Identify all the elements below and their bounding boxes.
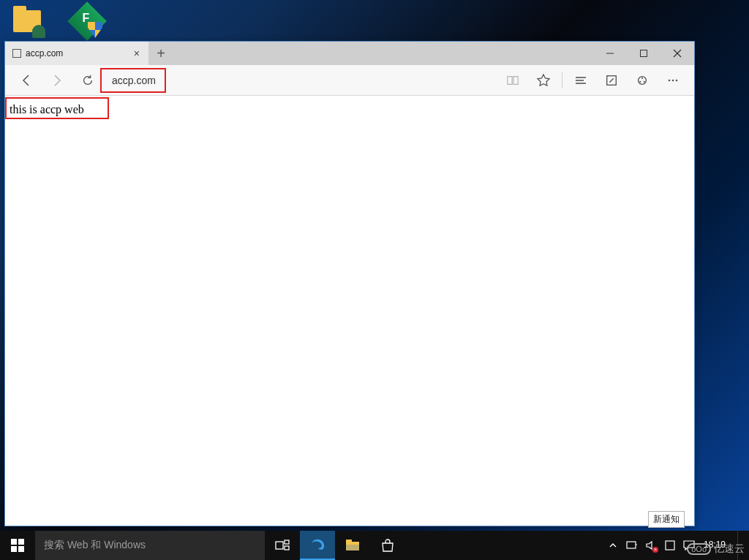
share-button[interactable] xyxy=(627,65,658,96)
favorites-button[interactable] xyxy=(528,65,559,96)
page-body-text: this is accp web xyxy=(5,96,694,124)
desktop-folder-icon[interactable] xyxy=(13,4,42,37)
svg-point-9 xyxy=(641,77,643,78)
svg-point-11 xyxy=(644,80,645,82)
taskbar: 搜索 Web 和 Windows × xyxy=(0,531,749,560)
taskbar-app-store[interactable] xyxy=(370,531,405,560)
tray-chevron-icon[interactable] xyxy=(607,540,619,551)
more-button[interactable] xyxy=(658,65,688,96)
taskbar-clock[interactable]: 18:19 xyxy=(702,540,729,550)
minimize-button[interactable] xyxy=(593,42,627,65)
new-tab-button[interactable]: + xyxy=(148,42,173,65)
folder-icon xyxy=(345,539,360,552)
svg-rect-17 xyxy=(285,546,289,550)
hub-button[interactable] xyxy=(565,65,596,96)
svg-point-12 xyxy=(669,79,671,81)
start-button[interactable] xyxy=(0,531,35,560)
browser-tab[interactable]: accp.com × xyxy=(5,42,148,65)
svg-rect-16 xyxy=(285,540,289,544)
svg-rect-21 xyxy=(627,542,636,548)
maximize-button[interactable] xyxy=(627,42,660,65)
svg-rect-1 xyxy=(641,50,647,57)
close-tab-icon[interactable]: × xyxy=(131,48,143,59)
address-bar-wrap xyxy=(103,71,497,90)
svg-rect-15 xyxy=(276,542,283,549)
edge-icon xyxy=(309,537,325,553)
action-center-icon[interactable] xyxy=(683,540,695,551)
clock-time: 18:19 xyxy=(704,540,726,550)
search-placeholder: 搜索 Web 和 Windows xyxy=(44,539,146,552)
taskbar-app-explorer[interactable] xyxy=(335,531,370,560)
svg-point-14 xyxy=(676,79,678,81)
store-icon xyxy=(380,538,395,553)
show-desktop[interactable] xyxy=(737,531,749,560)
tab-title: accp.com xyxy=(26,48,127,58)
desktop-app-icon[interactable]: F xyxy=(72,4,101,37)
webnote-button[interactable] xyxy=(596,65,627,96)
network-icon[interactable] xyxy=(626,540,638,551)
browser-window: accp.com × + xyxy=(4,41,695,526)
forward-button[interactable] xyxy=(42,65,72,96)
reading-view-button[interactable] xyxy=(497,65,528,96)
volume-icon[interactable]: × xyxy=(645,540,657,551)
task-view-button[interactable] xyxy=(265,531,300,560)
desktop: F accp.com × + xyxy=(0,0,749,560)
taskbar-app-edge[interactable] xyxy=(300,531,335,560)
titlebar[interactable]: accp.com × + xyxy=(5,42,694,65)
svg-rect-19 xyxy=(346,540,352,542)
system-tray[interactable]: × 18:19 xyxy=(603,540,733,551)
close-window-button[interactable] xyxy=(660,42,694,65)
ime-icon[interactable] xyxy=(664,540,676,551)
refresh-button[interactable] xyxy=(72,65,103,96)
toolbar xyxy=(5,65,694,96)
address-bar[interactable] xyxy=(109,71,492,90)
page-content: this is accp web xyxy=(5,96,694,526)
taskbar-search[interactable]: 搜索 Web 和 Windows xyxy=(35,531,265,560)
svg-point-13 xyxy=(672,79,674,81)
svg-rect-23 xyxy=(666,541,674,550)
svg-rect-20 xyxy=(346,545,359,550)
windows-logo-icon xyxy=(11,539,24,552)
tooltip: 新通知 xyxy=(648,511,685,528)
svg-point-10 xyxy=(639,80,641,82)
page-icon xyxy=(12,49,21,58)
back-button[interactable] xyxy=(11,65,42,96)
